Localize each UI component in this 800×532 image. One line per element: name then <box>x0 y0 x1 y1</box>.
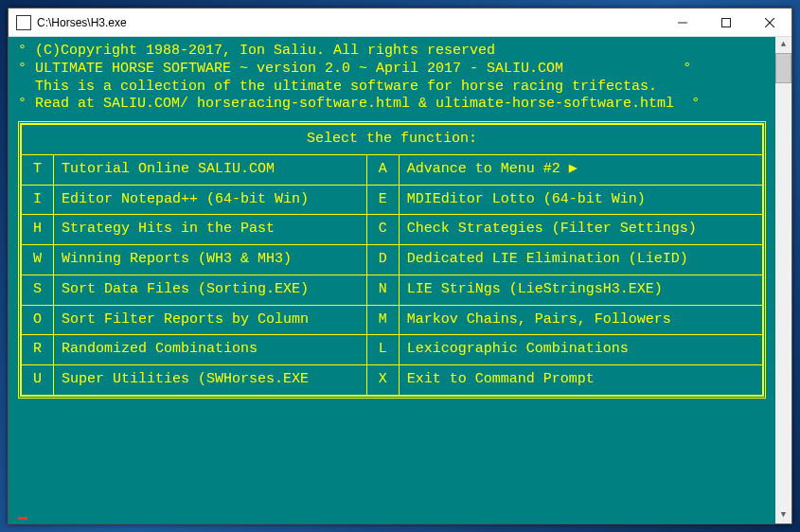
menu-label[interactable]: Super Utilities (SWHorses.EXE <box>54 365 367 396</box>
menu-key[interactable]: A <box>366 154 399 185</box>
menu-row[interactable]: T Tutorial Online SALIU.COM A Advance to… <box>22 154 763 185</box>
menu-label[interactable]: Sort Data Files (Sorting.EXE) <box>54 275 367 305</box>
vertical-scrollbar[interactable]: ▲ ▼ <box>775 37 791 523</box>
close-button[interactable] <box>748 9 791 36</box>
menu-label[interactable]: MDIEditor Lotto (64-bit Win) <box>399 185 762 215</box>
menu-key[interactable]: L <box>366 335 399 365</box>
window-controls <box>661 9 791 36</box>
bullet-icon: ° <box>18 61 35 77</box>
bullet-icon: ° <box>18 96 35 112</box>
menu-key[interactable]: S <box>22 275 54 305</box>
menu-key[interactable]: R <box>22 335 54 365</box>
copyright-line: (C)Copyright 1988-2017, Ion Saliu. All r… <box>35 43 495 59</box>
menu-label[interactable]: Lexicographic Combinations <box>399 335 762 365</box>
menu-key[interactable]: U <box>22 365 54 396</box>
product-line: ULTIMATE HORSE SOFTWARE ~ version 2.0 ~ … <box>35 61 563 77</box>
menu-key[interactable]: W <box>22 245 54 275</box>
bullet-icon: ° <box>674 96 700 112</box>
menu-row[interactable]: U Super Utilities (SWHorses.EXE X Exit t… <box>22 365 763 396</box>
menu-row[interactable]: I Editor Notepad++ (64-bit Win) E MDIEdi… <box>22 185 763 215</box>
svg-rect-1 <box>722 18 731 27</box>
menu-label[interactable]: Strategy Hits in the Past <box>54 215 367 245</box>
console-content: ° (C)Copyright 1988-2017, Ion Saliu. All… <box>9 37 775 523</box>
header-text: ° (C)Copyright 1988-2017, Ion Saliu. All… <box>18 43 766 114</box>
menu-key[interactable]: M <box>366 305 399 335</box>
menu-label[interactable]: Editor Notepad++ (64-bit Win) <box>54 185 367 215</box>
window-title: C:\Horses\H3.exe <box>37 16 661 29</box>
menu-row[interactable]: S Sort Data Files (Sorting.EXE) N LIE St… <box>22 275 763 305</box>
menu-row[interactable]: H Strategy Hits in the Past C Check Stra… <box>22 215 763 245</box>
menu-label[interactable]: Advance to Menu #2 ▶ <box>399 154 762 185</box>
app-window: C:\Horses\H3.exe ° (C)Copyright 1988-201… <box>8 8 792 524</box>
menu-label[interactable]: Randomized Combinations <box>54 335 367 365</box>
menu-key[interactable]: T <box>22 154 54 185</box>
menu-label[interactable]: Exit to Command Prompt <box>399 365 762 396</box>
menu-row[interactable]: R Randomized Combinations L Lexicographi… <box>22 335 763 365</box>
menu-row[interactable]: W Winning Reports (WH3 & MH3) D Dedicate… <box>22 245 763 275</box>
menu-title: Select the function: <box>22 125 763 155</box>
menu-label[interactable]: LIE StriNgs (LieStringsH3.EXE) <box>399 275 762 305</box>
maximize-button[interactable] <box>704 9 748 36</box>
menu-label[interactable]: Dedicated LIE Elimination (LieID) <box>399 245 762 275</box>
titlebar[interactable]: C:\Horses\H3.exe <box>9 9 791 37</box>
cursor-icon <box>18 517 27 520</box>
app-icon <box>16 15 31 30</box>
menu-key[interactable]: E <box>366 185 399 215</box>
bullet-icon: ° <box>563 61 691 77</box>
readmore-line: Read at SALIU.COM/ horseracing-software.… <box>35 96 674 112</box>
console-area: ° (C)Copyright 1988-2017, Ion Saliu. All… <box>9 37 791 523</box>
minimize-button[interactable] <box>661 9 704 36</box>
menu-key[interactable]: C <box>366 215 399 245</box>
bullet-icon: ° <box>18 43 35 59</box>
menu-label[interactable]: Sort Filter Reports by Column <box>54 305 367 335</box>
menu-key[interactable]: X <box>366 365 399 396</box>
scroll-down-button[interactable]: ▼ <box>775 507 791 523</box>
menu-row[interactable]: O Sort Filter Reports by Column M Markov… <box>22 305 763 335</box>
menu-label[interactable]: Markov Chains, Pairs, Followers <box>399 305 762 335</box>
scroll-up-button[interactable]: ▲ <box>775 37 791 53</box>
menu-key[interactable]: N <box>366 275 399 305</box>
menu-key[interactable]: H <box>22 215 54 245</box>
scroll-thumb[interactable] <box>775 53 791 83</box>
description-line: This is a collection of the ultimate sof… <box>18 79 657 95</box>
menu-frame: Select the function: T Tutorial Online S… <box>18 121 766 399</box>
menu-key[interactable]: O <box>22 305 54 335</box>
menu-label[interactable]: Check Strategies (Filter Settings) <box>399 215 762 245</box>
menu-key[interactable]: I <box>22 185 54 215</box>
menu-key[interactable]: D <box>366 245 399 275</box>
menu-label[interactable]: Winning Reports (WH3 & MH3) <box>54 245 367 275</box>
menu-table: Select the function: T Tutorial Online S… <box>21 124 763 396</box>
menu-label[interactable]: Tutorial Online SALIU.COM <box>54 154 367 185</box>
